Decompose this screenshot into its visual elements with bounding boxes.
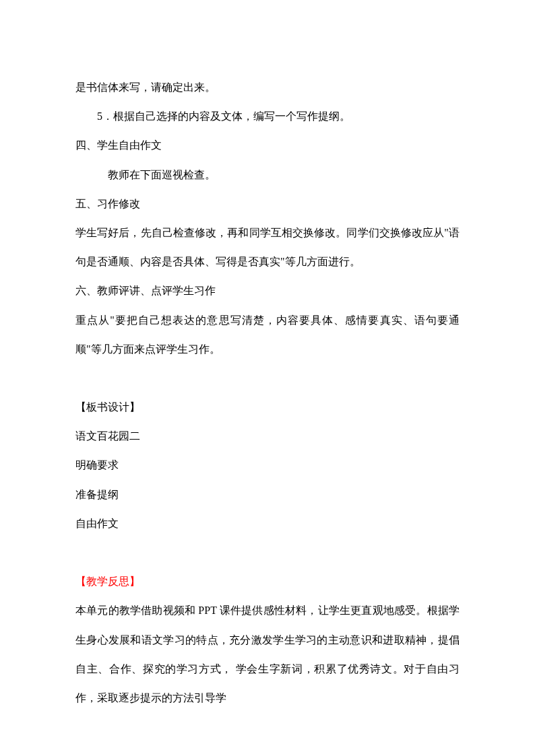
paragraph-13: 准备提纲	[75, 480, 460, 509]
paragraph-6: 学生写好后，先自己检查修改，再和同学互相交换修改。同学们交换修改应从"语句是否通…	[75, 218, 460, 276]
paragraph-5: 五、习作修改	[75, 189, 460, 218]
paragraph-12: 明确要求	[75, 450, 460, 479]
paragraph-3: 四、学生自由作文	[75, 131, 460, 160]
paragraph-8: 重点从"要把自己想表达的意思写清楚，内容要具体、感情要真实、语句要通顺"等几方面…	[75, 306, 460, 364]
paragraph-2: 5．根据自己选择的内容及文体，编写一个写作提纲。	[75, 102, 460, 131]
paragraph-16-reflection-heading: 【教学反思】	[75, 567, 460, 596]
paragraph-4: 教师在下面巡视检查。	[75, 160, 460, 189]
paragraph-empty-2	[75, 538, 460, 567]
paragraph-17: 本单元的教学借助视频和 PPT 课件提供感性材料，让学生更直观地感受。根据学生身…	[75, 596, 460, 712]
document-body: 是书信体来写，请确定出来。 5．根据自己选择的内容及文体，编写一个写作提纲。 四…	[0, 0, 535, 756]
paragraph-1: 是书信体来写，请确定出来。	[75, 73, 460, 102]
paragraph-7: 六、教师评讲、点评学生习作	[75, 276, 460, 305]
paragraph-empty-1	[75, 364, 460, 392]
paragraph-14: 自由作文	[75, 509, 460, 538]
paragraph-11: 语文百花园二	[75, 421, 460, 450]
paragraph-10: 【板书设计】	[75, 392, 460, 421]
